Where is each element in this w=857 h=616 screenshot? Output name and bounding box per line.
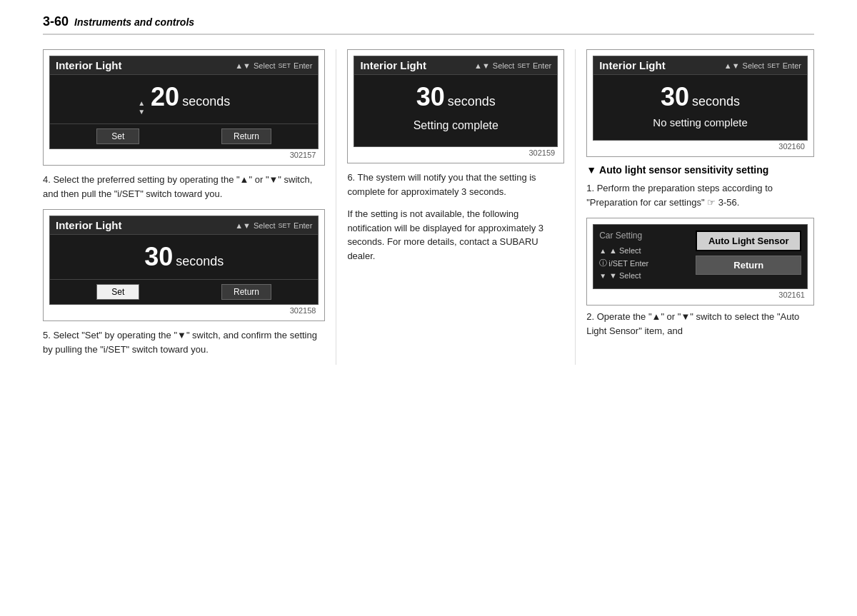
- col-left: Interior Light ▲▼ Select SET Enter ▲: [43, 49, 336, 365]
- fig2-message: Setting complete: [414, 112, 498, 139]
- fig2-controls: ▲▼ Select SET Enter: [474, 61, 551, 70]
- fig5-enter: ⓘ i/SET Enter: [599, 258, 690, 268]
- col-mid: Interior Light ▲▼ Select SET Enter 30 se…: [336, 49, 575, 365]
- figure-1-box: Interior Light ▲▼ Select SET Enter ▲: [43, 49, 325, 166]
- figure-2-screen: Interior Light ▲▼ Select SET Enter 30 se…: [354, 56, 558, 147]
- fig1-body: ▲ ▼ 20 seconds: [50, 75, 318, 123]
- fig1-controls: ▲▼ Select SET Enter: [235, 61, 312, 70]
- fig5-select-down: ▼ ▼ Select: [599, 271, 690, 280]
- auto-light-sensor-btn[interactable]: Auto Light Sensor: [696, 231, 801, 251]
- fig3-value: 30: [661, 82, 689, 112]
- fig2-value: 30: [416, 82, 445, 112]
- para4-text: 4. Select the preferred setting by opera…: [43, 173, 325, 201]
- right-para2-text: 2. Operate the "▲" or "▼" switch to sele…: [586, 310, 814, 338]
- para6b-text: If the setting is not available, the fol…: [347, 207, 564, 263]
- fig1-value: 20: [151, 82, 179, 112]
- fig3-message: No setting complete: [653, 112, 748, 133]
- fig2-unit: seconds: [448, 94, 496, 109]
- section-heading: ▼ Auto light sensor sensitivity setting: [586, 164, 814, 176]
- fig4-header: Interior Light ▲▼ Select SET Enter: [50, 216, 318, 235]
- fig1-footer: Set Return: [50, 123, 318, 148]
- fig5-return-btn[interactable]: Return: [696, 256, 801, 275]
- fig4-title: Interior Light: [56, 219, 122, 231]
- fig4-controls: ▲▼ Select SET Enter: [235, 221, 312, 230]
- figure-5-box: Car Setting ▲ ▲ Select ⓘ i/SET Enter ▼: [586, 218, 814, 306]
- info-icon: ⓘ: [599, 258, 607, 268]
- figure-4-screen: Interior Light ▲▼ Select SET Enter 30 se…: [49, 216, 319, 305]
- fig4-value: 30: [144, 242, 173, 272]
- fig4-unit: seconds: [176, 254, 224, 269]
- para6-text: 6. The system will notify you that the s…: [347, 171, 564, 198]
- fig5-left: Car Setting ▲ ▲ Select ⓘ i/SET Enter ▼: [599, 231, 690, 283]
- figure-4-box: Interior Light ▲▼ Select SET Enter 30 se…: [43, 209, 325, 321]
- fig3-title: Interior Light: [599, 59, 666, 71]
- page-title: Instruments and controls: [74, 16, 194, 28]
- fig1-set-btn[interactable]: Set: [96, 128, 139, 144]
- fig4-number: 302158: [49, 306, 319, 315]
- fig2-body: 30 seconds Setting complete: [354, 75, 557, 146]
- fig4-return-btn[interactable]: Return: [221, 284, 271, 300]
- fig1-title: Interior Light: [56, 59, 122, 71]
- para5-text: 5. Select "Set" by operating the "▼" swi…: [43, 328, 325, 356]
- figure-3-screen: Interior Light ▲▼ Select SET Enter 30 se…: [593, 56, 808, 141]
- fig3-controls: ▲▼ Select SET Enter: [724, 61, 801, 70]
- fig1-return-btn[interactable]: Return: [221, 128, 271, 144]
- fig5-select-up: ▲ ▲ Select: [599, 246, 690, 255]
- fig2-header: Interior Light ▲▼ Select SET Enter: [354, 56, 557, 75]
- section-heading-text: Auto light sensor sensitivity setting: [599, 164, 768, 176]
- up-arrow-icon: ▲: [599, 247, 606, 255]
- right-para1-text: 1. Perform the preparation steps accordi…: [586, 181, 814, 209]
- fig3-body: 30 seconds No setting complete: [593, 75, 807, 140]
- fig3-number: 302160: [593, 142, 808, 151]
- fig1-unit: seconds: [182, 94, 230, 109]
- fig4-body: 30 seconds: [50, 235, 318, 279]
- figure-1-screen: Interior Light ▲▼ Select SET Enter ▲: [49, 56, 319, 149]
- col-right: Interior Light ▲▼ Select SET Enter 30 se…: [575, 49, 814, 365]
- page-header: 3-60 Instruments and controls: [43, 14, 814, 35]
- fig1-header: Interior Light ▲▼ Select SET Enter: [50, 56, 318, 75]
- page-number: 3-60: [43, 14, 69, 29]
- down-arrow-icon: ▼: [599, 272, 606, 280]
- triangle-bullet-icon: ▼: [586, 164, 596, 176]
- fig2-title: Interior Light: [360, 59, 426, 71]
- figure-2-box: Interior Light ▲▼ Select SET Enter 30 se…: [347, 49, 564, 163]
- car-setting-label: Car Setting: [599, 231, 690, 241]
- content-area: Interior Light ▲▼ Select SET Enter ▲: [43, 49, 814, 365]
- figure-5-screen: Car Setting ▲ ▲ Select ⓘ i/SET Enter ▼: [593, 224, 808, 289]
- fig5-number: 302161: [593, 291, 808, 299]
- fig4-set-btn[interactable]: Set: [96, 284, 139, 300]
- fig3-unit: seconds: [692, 94, 740, 109]
- fig5-right: Auto Light Sensor Return: [690, 231, 801, 283]
- fig1-number: 302157: [49, 151, 319, 159]
- figure-3-box: Interior Light ▲▼ Select SET Enter 30 se…: [586, 49, 814, 157]
- fig2-number: 302159: [354, 148, 558, 157]
- fig3-header: Interior Light ▲▼ Select SET Enter: [593, 56, 807, 75]
- fig4-footer: Set Return: [50, 279, 318, 304]
- fig5-body: Car Setting ▲ ▲ Select ⓘ i/SET Enter ▼: [593, 225, 807, 288]
